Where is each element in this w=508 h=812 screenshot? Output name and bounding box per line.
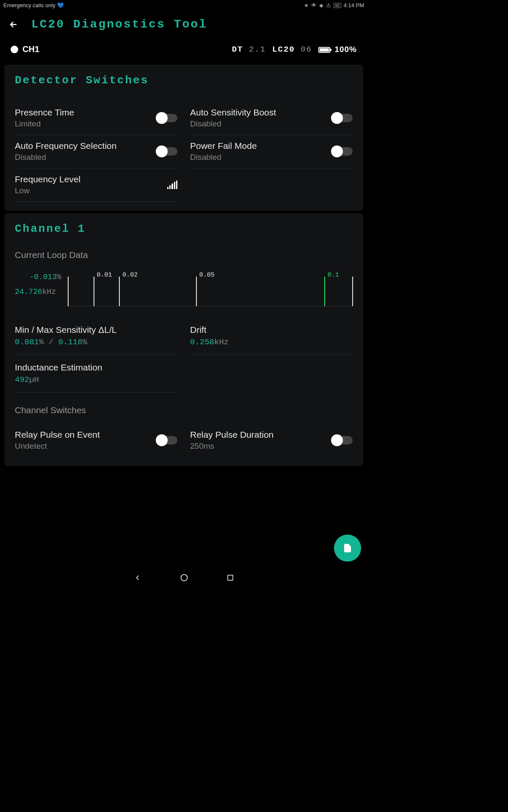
power-fail-value: Disabled xyxy=(190,153,257,162)
nav-back-icon[interactable] xyxy=(133,573,142,582)
channel-indicator[interactable]: CH1 xyxy=(11,44,39,54)
presence-time-toggle[interactable] xyxy=(157,114,177,122)
relay-pulse-duration-label: Relay Pulse Duration xyxy=(190,430,273,440)
alert-icon: ⚠ xyxy=(326,2,331,8)
android-nav-bar xyxy=(0,568,367,587)
drift-label: Drift xyxy=(190,325,353,335)
nav-home-icon[interactable] xyxy=(180,573,188,582)
auto-sensitivity-value: Disabled xyxy=(190,119,276,129)
sensitivity-value: 0.081% / 0.116% xyxy=(15,337,177,347)
presence-time-row[interactable]: Presence Time Limited xyxy=(15,102,177,135)
relay-pulse-event-value: Undetect xyxy=(15,442,100,451)
sensitivity-row: Min / Max Sensitivity ΔL/L 0.081% / 0.11… xyxy=(15,317,177,355)
detector-switches-card: Detector Switches Presence Time Limited … xyxy=(4,65,363,211)
inductance-row: Inductance Estimation 492µH xyxy=(15,355,177,392)
battery-icon xyxy=(318,47,330,53)
auto-frequency-label: Auto Frequency Selection xyxy=(15,141,116,151)
frequency-level-label: Frequency Level xyxy=(15,174,80,184)
status-right: ∗ 👁 ◈ ⚠ 89 4:14 PM xyxy=(304,2,364,8)
relay-pulse-event-toggle[interactable] xyxy=(157,436,177,444)
detector-switches-title: Detector Switches xyxy=(15,74,353,87)
network-status: Emergency calls only xyxy=(3,2,55,8)
signal-strength-icon xyxy=(167,181,177,189)
back-button[interactable] xyxy=(8,19,19,30)
relay-pulse-event-row[interactable]: Relay Pulse on Event Undetect xyxy=(15,424,177,457)
auto-sensitivity-toggle[interactable] xyxy=(332,114,353,122)
presence-time-label: Presence Time xyxy=(15,107,74,118)
loop-pct-reading: -0.013% xyxy=(15,273,61,281)
app-header: LC20 Diagnostics Tool xyxy=(0,11,367,38)
loop-freq-reading: 24.726kHz xyxy=(15,288,61,296)
auto-sensitivity-row[interactable]: Auto Sensitivity Boost Disabled xyxy=(190,102,353,135)
channel-switches-title: Channel Switches xyxy=(15,405,353,415)
loop-readings: -0.013% 24.726kHz xyxy=(15,271,61,307)
status-left: Emergency calls only 💙 xyxy=(3,2,64,8)
relay-pulse-event-label: Relay Pulse on Event xyxy=(15,430,100,440)
auto-frequency-row[interactable]: Auto Frequency Selection Disabled xyxy=(15,135,177,168)
channel-1-card: Channel 1 Current Loop Data -0.013% 24.7… xyxy=(4,213,363,466)
presence-time-value: Limited xyxy=(15,119,74,129)
battery-pct: 100% xyxy=(334,45,357,54)
fab-document-button[interactable] xyxy=(334,535,361,562)
sensitivity-label: Min / Max Sensitivity ΔL/L xyxy=(15,325,177,335)
frequency-level-value: Low xyxy=(15,186,80,195)
android-status-bar: Emergency calls only 💙 ∗ 👁 ◈ ⚠ 89 4:14 P… xyxy=(0,0,367,11)
inductance-value: 492µH xyxy=(15,375,177,384)
channel-label: CH1 xyxy=(22,44,39,54)
relay-pulse-duration-toggle[interactable] xyxy=(332,436,353,444)
power-fail-toggle[interactable] xyxy=(332,147,353,156)
loop-chart-scale: 0.010.020.050.1 xyxy=(68,271,353,307)
lc20-info: LC20 06 xyxy=(272,45,312,54)
svg-rect-1 xyxy=(228,575,233,580)
loop-data-title: Current Loop Data xyxy=(15,250,353,260)
wifi-icon: ◈ xyxy=(319,2,323,8)
power-fail-label: Power Fail Mode xyxy=(190,141,257,151)
frequency-level-row[interactable]: Frequency Level Low xyxy=(15,168,177,202)
drift-value: 0.258kHz xyxy=(190,337,353,347)
loop-chart: -0.013% 24.726kHz 0.010.020.050.1 xyxy=(15,271,353,307)
dt-info: DT 2.1 xyxy=(232,45,266,54)
auto-sensitivity-label: Auto Sensitivity Boost xyxy=(190,107,276,118)
auto-frequency-toggle[interactable] xyxy=(157,147,177,156)
device-battery: 100% xyxy=(318,45,357,54)
eye-icon: 👁 xyxy=(311,2,317,8)
svg-point-0 xyxy=(181,574,188,581)
relay-pulse-duration-row[interactable]: Relay Pulse Duration 250ms xyxy=(190,424,353,457)
inductance-label: Inductance Estimation xyxy=(15,362,177,373)
document-icon xyxy=(342,543,353,553)
nav-recent-icon[interactable] xyxy=(226,574,234,582)
battery-pct-icon: 89 xyxy=(334,3,341,8)
drift-row: Drift 0.258kHz xyxy=(190,317,353,355)
info-bar: CH1 DT 2.1 LC20 06 100% xyxy=(0,38,367,63)
clock: 4:14 PM xyxy=(344,2,364,8)
auto-frequency-value: Disabled xyxy=(15,153,116,162)
relay-pulse-duration-value: 250ms xyxy=(190,442,273,451)
page-title: LC20 Diagnostics Tool xyxy=(31,18,207,31)
heart-icon: 💙 xyxy=(57,2,64,8)
channel-1-title: Channel 1 xyxy=(15,222,353,235)
power-fail-row[interactable]: Power Fail Mode Disabled xyxy=(190,135,353,168)
channel-dot-icon xyxy=(11,46,18,53)
bluetooth-icon: ∗ xyxy=(304,2,309,8)
